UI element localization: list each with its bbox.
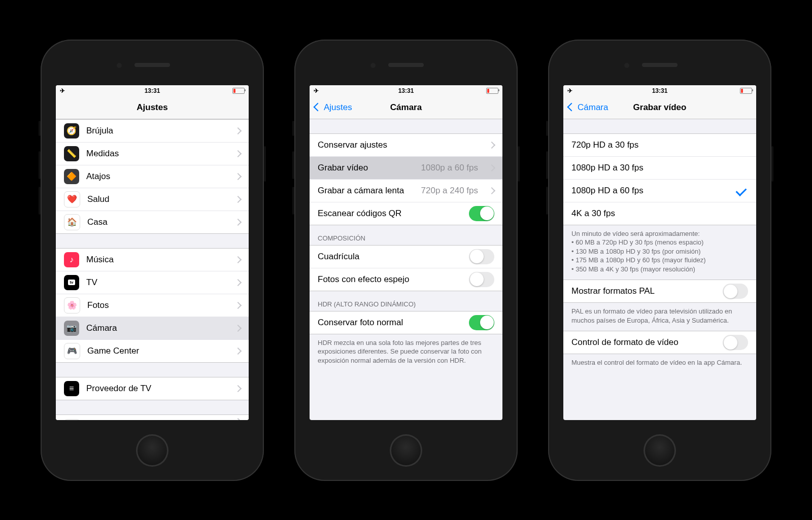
settings-list[interactable]: 🧭Brújula📏Medidas🔶Atajos❤️Salud🏠Casa ♪Mús… (56, 119, 249, 420)
settings-row-música[interactable]: ♪Música (56, 249, 249, 271)
toggle-pal[interactable] (723, 284, 748, 299)
power-button[interactable] (518, 146, 520, 182)
settings-row-tv[interactable]: tvTV (56, 271, 249, 294)
phone-1: ✈ 13:31 Ajustes 🧭Brújula📏Medidas🔶Atajos❤… (41, 40, 264, 481)
option-label: 1080p HD a 60 fps (571, 186, 729, 196)
group-header-hdr: HDR (alto rango dinámico) (310, 291, 502, 311)
chevron-right-icon (234, 347, 242, 354)
option-4k-a-30-fps[interactable]: 4K a 30 fps (563, 202, 756, 225)
camera-group-3: Conservar foto normal (310, 311, 502, 334)
battery-icon (232, 88, 245, 94)
chevron-right-icon (234, 324, 242, 331)
row-label: Mostrar formatos PAL (571, 286, 716, 296)
home-button[interactable] (390, 434, 422, 467)
chevron-right-icon (234, 301, 242, 308)
volume-down[interactable] (39, 187, 41, 215)
option-1080p-hd-a-30-fps[interactable]: 1080p HD a 30 fps (563, 156, 756, 179)
app-icon: 🎮 (64, 343, 80, 359)
row-pal[interactable]: Mostrar formatos PAL (563, 280, 756, 302)
chevron-right-icon (234, 256, 242, 263)
row-video-format-control[interactable]: Control de formato de vídeo (563, 331, 756, 354)
row-grabar-a-cámara-lenta[interactable]: Grabar a cámara lenta720p a 240 fps (310, 179, 502, 202)
settings-row-casa[interactable]: 🏠Casa (56, 211, 249, 233)
row-escanear-códigos-qr[interactable]: Escanear códigos QR (310, 202, 502, 225)
back-button[interactable]: Ajustes (314, 102, 352, 113)
chevron-right-icon (234, 195, 242, 202)
chevron-right-icon (488, 164, 495, 171)
page-title: Cámara (390, 102, 422, 113)
row-label: Grabar a cámara lenta (318, 186, 414, 196)
chevron-right-icon (234, 127, 242, 134)
home-button[interactable] (136, 434, 168, 467)
back-label: Ajustes (324, 102, 352, 113)
airplane-icon: ✈ (60, 87, 65, 94)
settings-row-atajos[interactable]: 🔶Atajos (56, 165, 249, 188)
toggle[interactable] (469, 249, 494, 264)
chevron-right-icon (234, 279, 242, 286)
settings-row-analytics[interactable]: 📊Analytics (56, 415, 249, 420)
row-label: Cámara (86, 323, 224, 333)
volume-up[interactable] (39, 151, 41, 179)
power-button[interactable] (771, 146, 773, 182)
settings-row-brújula[interactable]: 🧭Brújula (56, 120, 249, 142)
resolution-group: 720p HD a 30 fps1080p HD a 30 fps1080p H… (563, 133, 756, 225)
settings-row-game-center[interactable]: 🎮Game Center (56, 339, 249, 362)
mute-switch[interactable] (39, 121, 41, 136)
back-button[interactable]: Cámara (567, 102, 608, 113)
back-label: Cámara (578, 102, 608, 113)
status-bar: ✈ 13:31 (56, 85, 249, 96)
chevron-right-icon (488, 187, 495, 194)
toggle[interactable] (469, 272, 494, 287)
group-header-composicion: Composición (310, 225, 502, 245)
row-label: Analytics (87, 419, 224, 420)
row-conservar-foto-normal[interactable]: Conservar foto normal (310, 311, 502, 334)
settings-row-fotos[interactable]: 🌸Fotos (56, 294, 249, 317)
option-1080p-hd-a-60-fps[interactable]: 1080p HD a 60 fps (563, 179, 756, 202)
settings-row-cámara[interactable]: 📷Cámara (56, 317, 249, 339)
settings-row-medidas[interactable]: 📏Medidas (56, 142, 249, 165)
screen-record: ✈ 13:31 Cámara Grabar vídeo 720p HD a 30… (563, 85, 756, 420)
row-fotos-con-efecto-espejo[interactable]: Fotos con efecto espejo (310, 268, 502, 291)
option-label: 1080p HD a 30 fps (571, 163, 748, 173)
row-conservar-ajustes[interactable]: Conservar ajustes (310, 134, 502, 156)
camera-group-1: Conservar ajustesGrabar vídeo1080p a 60 … (310, 133, 502, 225)
ctrl-footer: Muestra el control del formato de vídeo … (563, 354, 756, 373)
toggle-video-format-control[interactable] (723, 335, 748, 350)
record-video-list[interactable]: 720p HD a 30 fps1080p HD a 30 fps1080p H… (563, 119, 756, 420)
page-title: Grabar vídeo (633, 102, 687, 113)
volume-up[interactable] (546, 151, 548, 179)
mute-switch[interactable] (546, 121, 548, 136)
toggle[interactable] (469, 206, 494, 221)
power-button[interactable] (264, 146, 266, 182)
row-label: Control de formato de vídeo (571, 337, 716, 348)
settings-row-salud[interactable]: ❤️Salud (56, 188, 249, 211)
status-time: 13:31 (56, 87, 249, 94)
hdr-footer: HDR mezcla en una sola foto las mejores … (310, 334, 502, 371)
phone-2: ✈ 13:31 Ajustes Cámara Conservar ajustes… (294, 40, 518, 481)
row-grabar-vídeo[interactable]: Grabar vídeo1080p a 60 fps (310, 156, 502, 179)
settings-group-3: ≡Proveedor de TV (56, 377, 249, 400)
app-icon: 📏 (64, 146, 79, 161)
volume-up[interactable] (292, 151, 294, 179)
volume-down[interactable] (546, 187, 548, 215)
toggle[interactable] (469, 315, 494, 330)
battery-icon (740, 88, 752, 94)
mute-switch[interactable] (292, 121, 294, 136)
option-label: 4K a 30 fps (571, 209, 748, 219)
app-icon: 🧭 (64, 123, 79, 138)
chevron-right-icon (234, 150, 242, 157)
app-icon: 🔶 (64, 169, 79, 184)
status-time: 13:31 (310, 87, 502, 94)
option-720p-hd-a-30-fps[interactable]: 720p HD a 30 fps (563, 134, 756, 156)
chevron-right-icon (234, 418, 242, 420)
settings-row-proveedor-de-tv[interactable]: ≡Proveedor de TV (56, 377, 249, 400)
row-detail: 1080p a 60 fps (421, 163, 478, 173)
home-button[interactable] (644, 434, 676, 467)
row-label: Música (86, 255, 224, 265)
app-icon: 🏠 (64, 214, 80, 230)
row-cuadrícula[interactable]: Cuadrícula (310, 246, 502, 268)
volume-down[interactable] (292, 187, 294, 215)
pal-footer: PAL es un formato de vídeo para televisi… (563, 303, 756, 331)
camera-settings-list[interactable]: Conservar ajustesGrabar vídeo1080p a 60 … (310, 119, 502, 420)
row-label: Atajos (86, 171, 224, 182)
